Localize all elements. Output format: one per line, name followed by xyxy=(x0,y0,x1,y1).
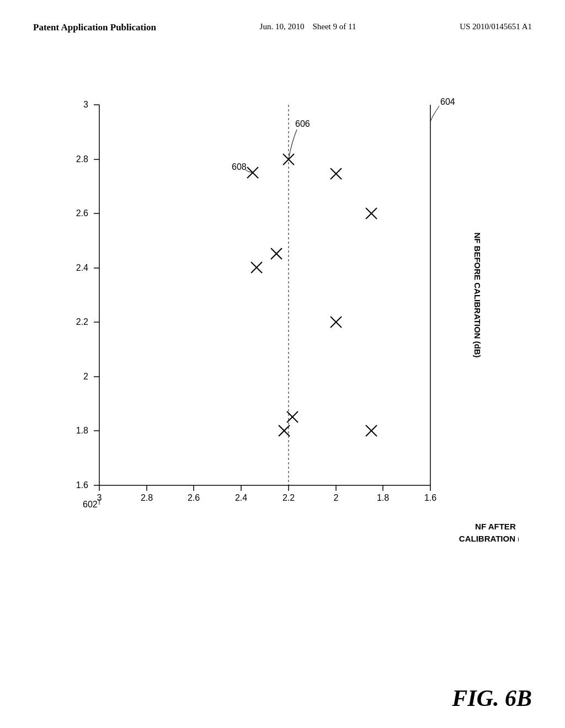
x-label-2: 2 xyxy=(334,493,339,502)
data-point-5 xyxy=(287,411,298,422)
y-label-1.8: 1.8 xyxy=(76,426,88,435)
page-header: Patent Application Publication Jun. 10, … xyxy=(0,0,565,33)
y-label-2.8: 2.8 xyxy=(76,154,88,164)
x-label-2.2: 2.2 xyxy=(282,493,295,502)
pub-date: Jun. 10, 2010 xyxy=(260,22,305,31)
y-label-2.2: 2.2 xyxy=(76,317,88,326)
y-axis-label: NF BEFORE CALIBRATION (dB) xyxy=(473,232,482,357)
data-point-2 xyxy=(251,262,262,273)
data-point-10 xyxy=(366,425,377,436)
sheet-info: Sheet 9 of 11 xyxy=(312,22,356,31)
ref-606: 606 xyxy=(295,119,310,129)
y-label-3: 3 xyxy=(83,100,88,109)
data-point-7 xyxy=(331,168,342,179)
scatter-plot: 3 2.8 2.6 2.4 2.2 2 1.8 1.6 1.6 1.8 2 xyxy=(33,88,519,612)
data-point-3 xyxy=(271,248,282,259)
ref-604-arrow xyxy=(430,106,439,121)
x-label-1.6: 1.6 xyxy=(424,493,436,502)
x-label-1.8: 1.8 xyxy=(377,493,389,502)
x-label-2.8: 2.8 xyxy=(141,493,153,502)
publication-date-sheet: Jun. 10, 2010 Sheet 9 of 11 xyxy=(260,22,356,31)
ref-604-label: 604 xyxy=(440,97,455,106)
data-point-9 xyxy=(366,208,377,219)
data-point-4 xyxy=(279,425,290,436)
y-label-2: 2 xyxy=(83,372,88,381)
y-label-2.4: 2.4 xyxy=(76,263,88,272)
x-label-2.4: 2.4 xyxy=(235,493,247,502)
data-point-8 xyxy=(331,317,342,328)
publication-type: Patent Application Publication xyxy=(33,22,156,33)
y-label-2.6: 2.6 xyxy=(76,208,88,218)
x-label-2.6: 2.6 xyxy=(188,493,200,502)
ref-602-label: 602 xyxy=(83,500,98,509)
chart-area: 3 2.8 2.6 2.4 2.2 2 1.8 1.6 1.6 1.8 2 xyxy=(33,88,519,612)
x-axis-label: NF AFTER CALIBRATION (dB) xyxy=(459,522,519,543)
y-label-1.6: 1.6 xyxy=(76,480,88,490)
figure-label: FIG. 6B xyxy=(452,685,532,711)
publication-number: US 2010/0145651 A1 xyxy=(460,22,532,31)
ref-608: 608 xyxy=(232,162,247,172)
